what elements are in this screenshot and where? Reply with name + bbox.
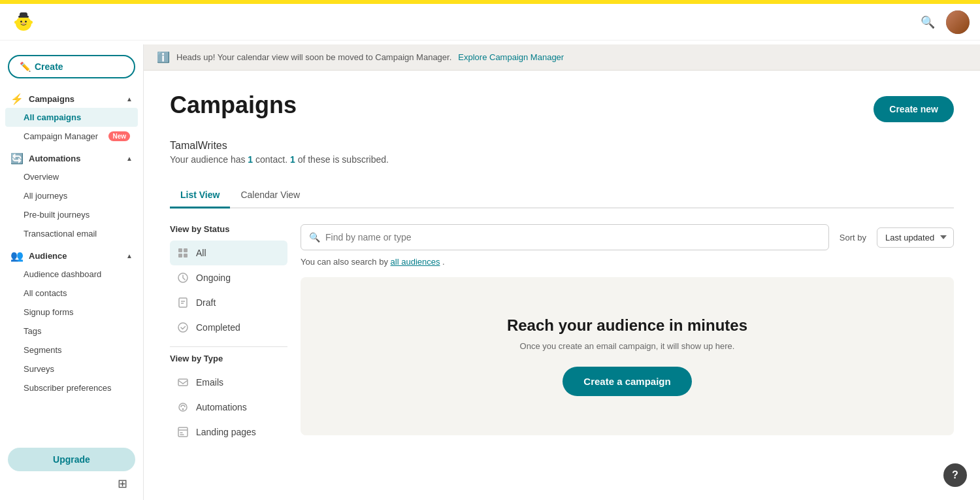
sidebar-audience-section: 👥 Audience ▲ Audience dashboard All cont… — [0, 243, 143, 397]
sidebar-item-all-contacts[interactable]: All contacts — [5, 284, 138, 303]
sidebar-item-surveys[interactable]: Surveys — [5, 359, 138, 378]
upgrade-button[interactable]: Upgrade — [8, 448, 135, 471]
create-campaign-button[interactable]: Create a campaign — [563, 367, 691, 396]
svg-point-17 — [178, 323, 188, 332]
sidebar-item-segments[interactable]: Segments — [5, 341, 138, 359]
app-header: 🔍 — [0, 4, 980, 41]
page-title: Campaigns — [170, 92, 297, 119]
empty-state-description: Once you create an email campaign, it wi… — [520, 341, 735, 351]
filter-by-type-title: View by Type — [170, 354, 287, 363]
completed-filter-icon — [176, 321, 189, 334]
create-button-label: Create — [35, 61, 63, 72]
audience-name: TamalWrites — [170, 140, 954, 152]
sidebar-collapse-icon[interactable]: ⊞ — [8, 471, 135, 496]
notice-bar: ℹ️ Heads up! Your calendar view will soo… — [144, 44, 980, 71]
sidebar-audience-header[interactable]: 👥 Audience ▲ — [5, 243, 138, 265]
sidebar-footer: Upgrade ⊞ — [0, 440, 143, 500]
filter-draft[interactable]: Draft — [170, 290, 287, 315]
sidebar-item-transactional-email[interactable]: Transactional email — [5, 224, 138, 243]
header-right: 🔍 — [917, 10, 970, 34]
filter-emails[interactable]: Emails — [170, 370, 287, 395]
search-box[interactable]: 🔍 — [301, 224, 829, 250]
search-hint-suffix: . — [442, 257, 445, 267]
mailchimp-logo-icon — [10, 9, 37, 35]
svg-rect-14 — [179, 298, 187, 307]
contact-count: 1 — [248, 154, 253, 165]
subscribed-count: 1 — [290, 154, 295, 165]
search-input-icon: 🔍 — [309, 232, 320, 242]
filters-row: View by Status All Ongoing — [170, 224, 954, 444]
search-hint-text: You can also search by — [301, 257, 388, 267]
sort-select[interactable]: Last updated Name Date created — [877, 227, 954, 248]
svg-point-8 — [22, 22, 25, 24]
sidebar-audience-title: 👥 Audience — [10, 250, 67, 262]
svg-rect-11 — [178, 254, 182, 258]
search-hint: You can also search by all audiences . — [301, 257, 954, 267]
filter-panel: View by Status All Ongoing — [170, 224, 287, 444]
avatar[interactable] — [946, 10, 970, 34]
audience-subscribed-suffix: of these is subscribed. — [298, 154, 389, 165]
sidebar-item-campaign-manager[interactable]: Campaign Manager New — [5, 127, 138, 146]
filter-landing-pages[interactable]: Landing pages — [170, 420, 287, 444]
tabs: List View Calendar View — [170, 183, 954, 208]
new-badge: New — [108, 131, 130, 141]
filter-divider — [170, 346, 287, 347]
search-icon[interactable]: 🔍 — [917, 12, 938, 33]
notice-link[interactable]: Explore Campaign Manager — [458, 52, 564, 62]
content-area: 🔍 Sort by Last updated Name Date created… — [301, 224, 954, 435]
create-button[interactable]: ✏️ Create — [8, 55, 135, 78]
draft-filter-icon — [176, 296, 189, 309]
help-button[interactable]: ? — [943, 463, 967, 487]
all-filter-icon — [176, 246, 189, 259]
notice-text: Heads up! Your calendar view will soon b… — [176, 52, 451, 62]
sidebar-item-tags[interactable]: Tags — [5, 322, 138, 341]
svg-point-2 — [20, 20, 22, 22]
audience-info: Your audience has 1 contact. 1 of these … — [170, 154, 954, 165]
filter-by-status-title: View by Status — [170, 224, 287, 234]
campaigns-section-icon: ⚡ — [10, 93, 24, 105]
filter-emails-label: Emails — [196, 377, 223, 388]
svg-rect-12 — [184, 254, 188, 258]
sidebar-item-overview[interactable]: Overview — [5, 167, 138, 186]
app-layout: ✏️ Create ⚡ Campaigns ▲ All campaigns Ca… — [0, 4, 980, 500]
audience-section-icon: 👥 — [10, 250, 24, 262]
sidebar-item-subscriber-preferences[interactable]: Subscriber preferences — [5, 378, 138, 397]
svg-point-3 — [25, 20, 27, 22]
filter-draft-label: Draft — [196, 297, 216, 308]
svg-rect-7 — [20, 12, 27, 17]
svg-point-1 — [17, 16, 30, 28]
sidebar-item-all-journeys[interactable]: All journeys — [5, 186, 138, 205]
search-input[interactable] — [325, 232, 821, 242]
filter-ongoing[interactable]: Ongoing — [170, 265, 287, 290]
header-logo[interactable] — [10, 9, 37, 35]
filter-all[interactable]: All — [170, 241, 287, 265]
main-content: ℹ️ Heads up! Your calendar view will soo… — [144, 44, 980, 500]
sidebar-item-signup-forms[interactable]: Signup forms — [5, 303, 138, 322]
landing-pages-filter-icon — [176, 425, 189, 439]
audience-chevron-icon: ▲ — [126, 252, 133, 259]
sidebar-item-audience-dashboard[interactable]: Audience dashboard — [5, 265, 138, 284]
campaigns-chevron-icon: ▲ — [126, 95, 133, 103]
page-header-row: Campaigns Create new — [170, 92, 954, 127]
sidebar-campaigns-header[interactable]: ⚡ Campaigns ▲ — [5, 86, 138, 108]
automations-filter-icon — [176, 401, 189, 414]
sidebar-automations-header[interactable]: 🔄 Automations ▲ — [5, 146, 138, 167]
ongoing-filter-icon — [176, 271, 189, 284]
sidebar-campaigns-section: ⚡ Campaigns ▲ All campaigns Campaign Man… — [0, 86, 143, 146]
info-icon: ℹ️ — [157, 51, 170, 63]
all-audiences-link[interactable]: all audiences — [391, 257, 440, 267]
create-new-button[interactable]: Create new — [874, 96, 954, 122]
sidebar-item-all-campaigns[interactable]: All campaigns — [5, 108, 138, 127]
avatar-image — [946, 10, 970, 34]
filter-automations[interactable]: Automations — [170, 395, 287, 420]
filter-automations-label: Automations — [196, 402, 247, 412]
empty-state-card: Reach your audience in minutes Once you … — [301, 277, 954, 435]
tab-calendar-view[interactable]: Calendar View — [230, 183, 310, 208]
page-body: Campaigns Create new TamalWrites Your au… — [144, 71, 980, 500]
sidebar-item-pre-built-journeys[interactable]: Pre-built journeys — [5, 205, 138, 224]
sidebar-automations-title: 🔄 Automations — [10, 152, 80, 165]
search-sort-row: 🔍 Sort by Last updated Name Date created — [301, 224, 954, 250]
tab-list-view[interactable]: List View — [170, 183, 230, 208]
filter-completed[interactable]: Completed — [170, 315, 287, 340]
svg-rect-18 — [178, 379, 188, 386]
